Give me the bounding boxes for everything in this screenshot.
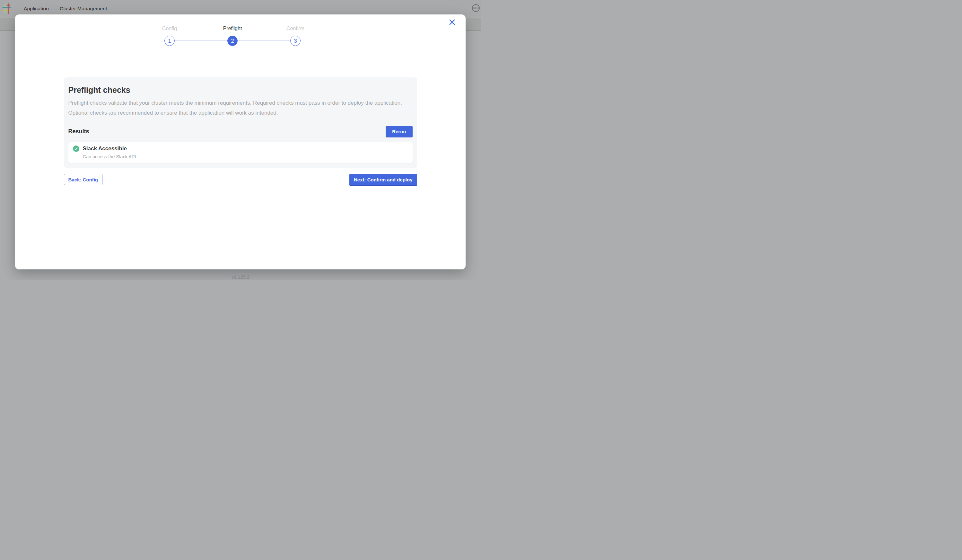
result-detail: Can access the Slack API bbox=[83, 154, 136, 160]
wizard-footer: Back: Config Next: Confirm and deploy bbox=[64, 174, 417, 185]
rerun-button[interactable]: Rerun bbox=[386, 126, 412, 137]
next-confirm-deploy-button[interactable]: Next: Confirm and deploy bbox=[349, 174, 417, 185]
wizard-stepper: Config 1 Preflight 2 Confirm 3 bbox=[15, 15, 466, 53]
back-config-button[interactable]: Back: Config bbox=[64, 174, 103, 185]
step-label: Preflight bbox=[210, 25, 255, 32]
step-confirm: Confirm 3 bbox=[273, 25, 318, 46]
nav-tab-cluster-management[interactable]: Cluster Management bbox=[60, 6, 107, 11]
step-config: Config 1 bbox=[147, 25, 192, 46]
preflight-result-row: Slack Accessible Can access the Slack AP… bbox=[68, 142, 413, 163]
step-circle-2[interactable]: 2 bbox=[228, 36, 237, 46]
stepper-connector bbox=[238, 40, 290, 41]
preflight-wizard-modal: Config 1 Preflight 2 Confirm 3 Preflight… bbox=[15, 15, 466, 270]
result-text: Slack Accessible Can access the Slack AP… bbox=[83, 145, 136, 160]
app-logo-icon bbox=[2, 3, 11, 14]
app-version-label: v1.125.2 bbox=[0, 274, 481, 280]
stepper-connector bbox=[175, 40, 227, 41]
preflight-description: Preflight checks validate that your clus… bbox=[68, 98, 413, 118]
step-label: Confirm bbox=[273, 25, 318, 32]
result-name: Slack Accessible bbox=[83, 145, 136, 152]
step-preflight: Preflight 2 bbox=[210, 25, 255, 46]
results-heading: Results bbox=[68, 128, 89, 135]
step-label: Config bbox=[147, 25, 192, 32]
nav-tab-application[interactable]: Application bbox=[24, 6, 49, 11]
results-header-row: Results Rerun bbox=[68, 126, 413, 137]
overflow-menu-ellipsis-icon[interactable] bbox=[472, 4, 480, 12]
preflight-checks-card: Preflight checks Preflight checks valida… bbox=[64, 77, 417, 168]
step-circle-1[interactable]: 1 bbox=[165, 36, 175, 46]
check-circle-icon bbox=[73, 145, 79, 152]
step-circle-3[interactable]: 3 bbox=[290, 36, 300, 46]
preflight-title: Preflight checks bbox=[68, 86, 413, 95]
